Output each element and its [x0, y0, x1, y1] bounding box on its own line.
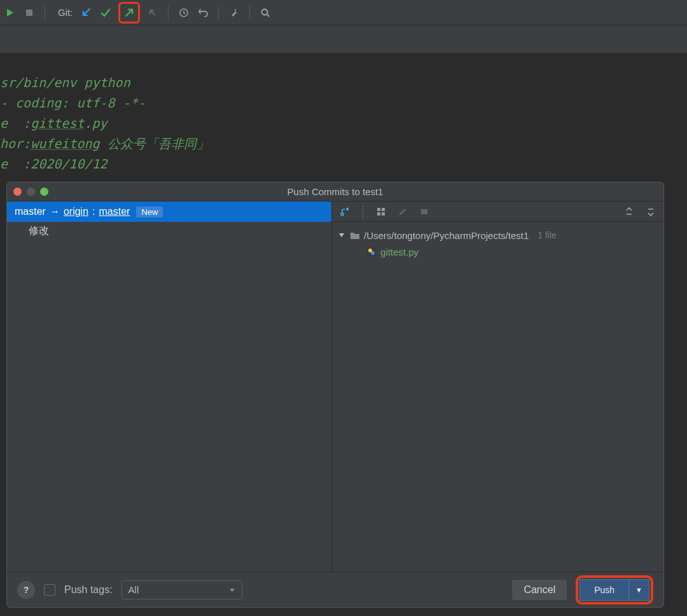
collapse-icon[interactable]	[644, 205, 657, 218]
commits-panel: master → origin : master New 修改	[7, 202, 332, 572]
separator	[249, 6, 250, 20]
svg-point-3	[262, 9, 268, 15]
revert-icon[interactable]	[197, 6, 209, 19]
git-pull-icon[interactable]	[80, 6, 93, 19]
expand-icon[interactable]	[623, 205, 635, 218]
help-button[interactable]: ?	[17, 581, 35, 599]
file-tree: /Users/tongtony/PycharmProjects/test1 1 …	[332, 222, 663, 265]
minimize-icon[interactable]	[27, 188, 35, 196]
code-line: - coding: utf-8 -*-	[0, 95, 146, 111]
stop-icon[interactable]	[23, 6, 36, 19]
git-push-icon[interactable]	[123, 6, 135, 19]
file-name: gittest.py	[380, 247, 419, 257]
remote-name[interactable]: origin	[64, 206, 88, 217]
remote-branch[interactable]: master	[99, 206, 130, 217]
tree-file-row[interactable]: gittest.py	[338, 243, 657, 260]
close-icon[interactable]	[13, 188, 22, 196]
push-dialog: Push Commits to test1 master → origin : …	[6, 182, 664, 608]
chevron-down-icon[interactable]: ▼	[629, 586, 649, 594]
arrow-icon: →	[50, 206, 60, 217]
push-button-highlight: Push ▼	[576, 575, 653, 605]
main-toolbar: Git:	[0, 0, 687, 25]
svg-rect-8	[377, 208, 380, 211]
local-branch: master	[15, 206, 46, 217]
chevron-down-icon	[229, 587, 235, 593]
diff-icon[interactable]	[418, 205, 431, 218]
git-push-highlight	[118, 2, 140, 24]
push-button[interactable]: Push ▼	[579, 579, 649, 601]
code-line: e :2020/10/12	[0, 156, 108, 172]
separator	[363, 205, 363, 219]
folder-icon	[350, 231, 360, 240]
commit-item[interactable]: 修改	[7, 222, 331, 240]
svg-rect-11	[382, 212, 385, 216]
edit-icon[interactable]	[396, 205, 409, 218]
maximize-icon[interactable]	[40, 188, 48, 196]
chevron-down-icon[interactable]	[338, 232, 346, 238]
separator	[45, 6, 45, 20]
svg-line-4	[267, 15, 269, 17]
run-icon[interactable]	[4, 6, 17, 19]
dialog-title: Push Commits to test1	[7, 186, 663, 197]
files-panel: +	[332, 202, 663, 572]
svg-rect-9	[382, 208, 385, 211]
push-tags-checkbox[interactable]	[44, 584, 55, 596]
svg-text:+: +	[347, 207, 350, 209]
separator-colon: :	[92, 206, 95, 217]
svg-rect-10	[377, 212, 380, 216]
wrench-icon[interactable]	[228, 6, 240, 19]
group-icon[interactable]	[375, 205, 387, 218]
code-line: e :gittest.py	[0, 116, 108, 131]
svg-marker-17	[230, 589, 235, 592]
window-controls	[13, 188, 48, 196]
new-badge: New	[136, 207, 163, 217]
folder-path: /Users/tongtony/PycharmProjects/test1	[364, 230, 529, 241]
separator	[218, 6, 219, 20]
dialog-titlebar: Push Commits to test1	[7, 182, 663, 202]
search-icon[interactable]	[259, 6, 272, 19]
file-count: 1 file	[538, 230, 557, 240]
dialog-footer: ? Push tags: All Cancel Push ▼	[7, 572, 663, 607]
code-line: sr/bin/env python	[0, 75, 130, 90]
combo-value: All	[128, 584, 139, 595]
git-undo-icon[interactable]	[146, 6, 159, 19]
separator	[168, 6, 169, 20]
tab-strip	[0, 25, 687, 53]
cancel-button[interactable]: Cancel	[512, 580, 567, 600]
git-label: Git:	[58, 7, 73, 18]
code-line: hor:wufeitong 公众号「吾非同」	[0, 136, 209, 151]
branch-icon[interactable]: +	[338, 205, 351, 218]
svg-marker-0	[7, 9, 13, 17]
svg-point-16	[371, 251, 375, 255]
history-icon[interactable]	[177, 6, 190, 19]
push-tags-combo[interactable]: All	[121, 580, 242, 599]
python-file-icon	[366, 247, 377, 257]
svg-rect-12	[421, 209, 427, 214]
svg-point-5	[341, 213, 344, 216]
svg-marker-13	[339, 233, 344, 237]
branch-mapping-row[interactable]: master → origin : master New	[7, 202, 331, 222]
files-toolbar: +	[332, 202, 663, 222]
push-tags-label: Push tags:	[64, 584, 113, 596]
tree-folder-row[interactable]: /Users/tongtony/PycharmProjects/test1 1 …	[338, 227, 657, 243]
git-commit-icon[interactable]	[99, 6, 112, 19]
svg-rect-1	[26, 10, 32, 16]
